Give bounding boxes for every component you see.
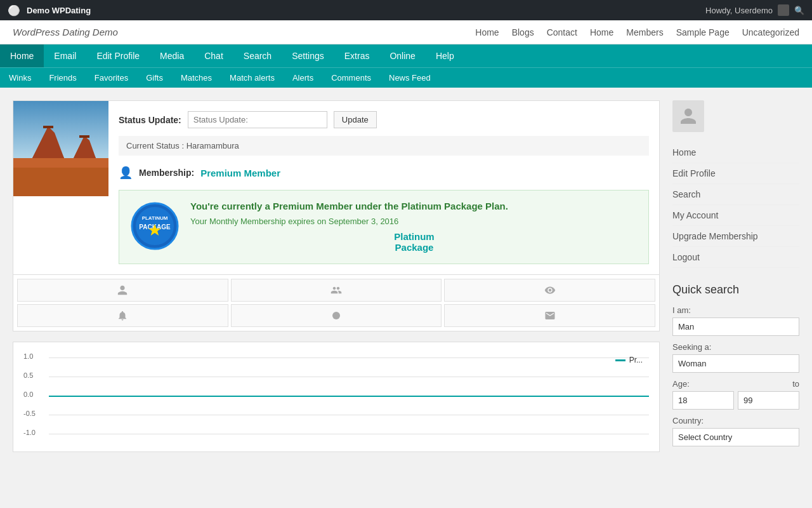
nav-members[interactable]: Members bbox=[626, 27, 663, 37]
profile-info: Status Update: Update Current Status : H… bbox=[108, 101, 659, 274]
nav-tab-online[interactable]: Online bbox=[379, 44, 425, 67]
site-branding: WordPress Dating Demo bbox=[13, 27, 118, 37]
chart-lines: 1.0 0.5 0.0 -0.5 -1.0 Pr... bbox=[23, 352, 649, 441]
profile-mail-icon-btn[interactable] bbox=[444, 304, 655, 327]
profile-card: Status Update: Update Current Status : H… bbox=[13, 100, 660, 331]
site-name[interactable]: Demo WPDating bbox=[27, 6, 91, 15]
search-icon[interactable]: 🔍 bbox=[794, 6, 804, 15]
nav-tab-edit-profile[interactable]: Edit Profile bbox=[86, 44, 150, 67]
main-nav: Home Email Edit Profile Media Chat Searc… bbox=[0, 44, 812, 67]
sub-nav-match-alerts[interactable]: Match alerts bbox=[221, 68, 284, 88]
wp-logo-icon[interactable]: ⚪ bbox=[8, 4, 20, 17]
sub-nav-comments[interactable]: Comments bbox=[322, 68, 380, 88]
sidebar-item-edit-profile[interactable]: Edit Profile bbox=[672, 163, 799, 184]
sidebar-item-search[interactable]: Search bbox=[672, 184, 799, 205]
sidebar-item-logout[interactable]: Logout bbox=[672, 247, 799, 268]
nav-contact[interactable]: Contact bbox=[547, 27, 577, 37]
page-wrapper: Status Update: Update Current Status : H… bbox=[0, 88, 812, 465]
nav-uncategorized[interactable]: Uncategorized bbox=[742, 27, 799, 37]
sub-nav-friends[interactable]: Friends bbox=[40, 68, 85, 88]
nav-blogs[interactable]: Blogs bbox=[512, 27, 534, 37]
current-status: Current Status : Haramambura bbox=[119, 136, 649, 156]
sidebar-item-my-account[interactable]: My Account bbox=[672, 205, 799, 226]
sub-nav-gifts[interactable]: Gifts bbox=[137, 68, 172, 88]
nav-tab-extras[interactable]: Extras bbox=[334, 44, 380, 67]
chart-label-neg0.5: -0.5 bbox=[23, 410, 36, 417]
site-nav: Home Blogs Contact Home Members Sample P… bbox=[475, 27, 799, 37]
membership-icon: 👤 bbox=[119, 166, 133, 180]
chart-label-0.0: 0.0 bbox=[23, 391, 33, 398]
sub-nav-winks[interactable]: Winks bbox=[0, 68, 40, 88]
age-to-input[interactable] bbox=[738, 391, 799, 410]
quick-search-title: Quick search bbox=[672, 283, 799, 297]
platinum-card: PLATINUM PACKAGE You're currently a Prem… bbox=[119, 190, 649, 264]
sub-nav-favorites[interactable]: Favorites bbox=[86, 68, 137, 88]
admin-bar: ⚪ Demo WPDating Howdy, Userdemo 🔍 bbox=[0, 0, 812, 20]
sidebar-item-home[interactable]: Home bbox=[672, 142, 799, 163]
chart-label-0.5: 0.5 bbox=[23, 371, 33, 379]
sub-nav: Winks Friends Favorites Gifts Matches Ma… bbox=[0, 67, 812, 88]
legend-label: Pr... bbox=[629, 356, 643, 364]
nav-home[interactable]: Home bbox=[475, 27, 499, 37]
profile-bell-icon-btn[interactable] bbox=[17, 304, 228, 327]
admin-bar-left: ⚪ Demo WPDating bbox=[8, 4, 91, 17]
update-button[interactable]: Update bbox=[334, 111, 377, 128]
svg-point-15 bbox=[332, 312, 340, 319]
nav-tab-email[interactable]: Email bbox=[44, 44, 86, 67]
nav-tab-media[interactable]: Media bbox=[150, 44, 194, 67]
nav-sample-page[interactable]: Sample Page bbox=[676, 27, 730, 37]
status-input[interactable] bbox=[188, 111, 327, 128]
site-header: WordPress Dating Demo Home Blogs Contact… bbox=[0, 20, 812, 44]
svg-rect-7 bbox=[43, 126, 53, 128]
seeking-label: Seeking a: bbox=[672, 342, 799, 352]
chart-hline-1.0 bbox=[49, 358, 649, 358]
i-am-label: I am: bbox=[672, 305, 799, 315]
chart-area: 1.0 0.5 0.0 -0.5 -1.0 Pr... bbox=[13, 342, 660, 452]
nav-tab-chat[interactable]: Chat bbox=[194, 44, 233, 67]
profile-top: Status Update: Update Current Status : H… bbox=[13, 101, 659, 274]
svg-rect-8 bbox=[79, 135, 89, 138]
status-update-row: Status Update: Update bbox=[119, 111, 649, 128]
chart-hline-0.0 bbox=[49, 396, 649, 397]
age-row bbox=[672, 391, 799, 410]
nav-tab-home[interactable]: Home bbox=[0, 44, 44, 67]
admin-bar-right: Howdy, Userdemo 🔍 bbox=[705, 4, 804, 16]
quick-search: Quick search I am: Seeking a: Age: to Co… bbox=[672, 283, 799, 446]
sub-nav-matches[interactable]: Matches bbox=[172, 68, 221, 88]
status-label: Status Update: bbox=[119, 115, 181, 125]
sidebar-item-upgrade-membership[interactable]: Upgrade Membership bbox=[672, 226, 799, 247]
nav-tab-settings[interactable]: Settings bbox=[282, 44, 334, 67]
platinum-badge: PLATINUM PACKAGE bbox=[129, 201, 180, 253]
sub-nav-news-feed[interactable]: News Feed bbox=[380, 68, 440, 88]
profile-icons bbox=[13, 274, 659, 331]
age-from-input[interactable] bbox=[672, 391, 734, 410]
chart-label-1.0: 1.0 bbox=[23, 352, 33, 360]
nav-tab-help[interactable]: Help bbox=[426, 44, 464, 67]
profile-eye-icon-btn[interactable] bbox=[444, 279, 655, 302]
profile-circle-icon-btn[interactable] bbox=[231, 304, 442, 327]
platinum-title: You're currently a Premium Member under … bbox=[190, 201, 638, 211]
chart-label-neg1.0: -1.0 bbox=[23, 429, 36, 436]
profile-photo bbox=[13, 101, 108, 196]
user-icon bbox=[778, 4, 789, 16]
country-input[interactable] bbox=[672, 428, 799, 446]
chart-hline-neg0.5 bbox=[49, 415, 649, 415]
nav-tab-search[interactable]: Search bbox=[233, 44, 282, 67]
sidebar-avatar bbox=[672, 100, 704, 132]
profile-user-icon-btn[interactable] bbox=[17, 279, 228, 302]
i-am-input[interactable] bbox=[672, 318, 799, 336]
sub-nav-alerts[interactable]: Alerts bbox=[284, 68, 322, 88]
platinum-expires: Your Monthly Membership expires on Septe… bbox=[190, 217, 638, 226]
membership-label: Membership: bbox=[139, 168, 194, 178]
age-label: Age: to bbox=[672, 379, 799, 389]
membership-row: 👤 Membership: Premium Member bbox=[119, 166, 649, 180]
svg-rect-1 bbox=[13, 101, 108, 158]
svg-rect-9 bbox=[13, 168, 108, 196]
nav-home2[interactable]: Home bbox=[590, 27, 613, 37]
platinum-info: You're currently a Premium Member under … bbox=[190, 201, 638, 253]
chart-hline-neg1.0 bbox=[49, 434, 649, 434]
seeking-input[interactable] bbox=[672, 354, 799, 373]
chart-hline-0.5 bbox=[49, 377, 649, 377]
profile-group-icon-btn[interactable] bbox=[231, 279, 442, 302]
sidebar-menu: Home Edit Profile Search My Account Upgr… bbox=[672, 142, 799, 268]
